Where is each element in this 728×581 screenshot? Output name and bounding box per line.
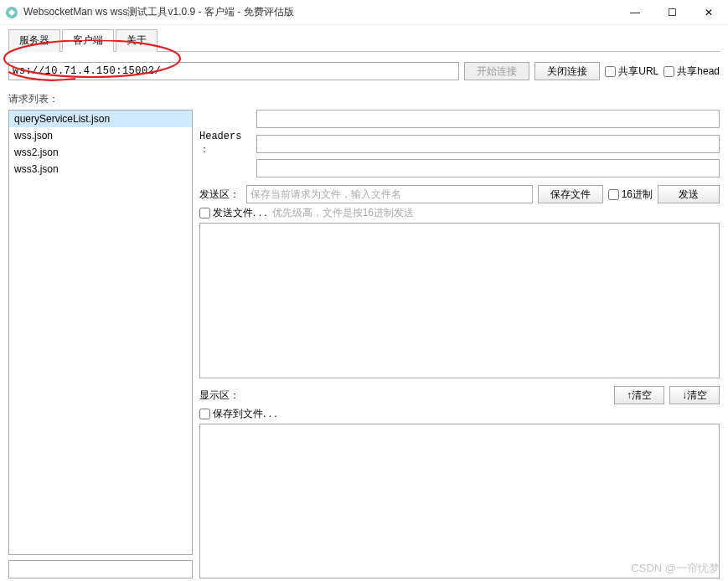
request-name-input[interactable]: [8, 560, 193, 578]
url-input[interactable]: [8, 62, 459, 80]
clear-up-button[interactable]: ↑清空: [614, 386, 664, 404]
list-item[interactable]: queryServiceList.json: [9, 111, 192, 127]
save-filename-input[interactable]: [246, 185, 533, 203]
send-file-checkbox[interactable]: 发送文件. . .: [199, 206, 267, 220]
share-url-checkbox[interactable]: 共享URL: [605, 64, 658, 79]
window-title: WebsocketMan ws wss测试工具v1.0.9 - 客户端 - 免费…: [23, 5, 624, 19]
save-file-button[interactable]: 保存文件: [538, 185, 603, 203]
send-file-hint: 优先级高，文件是按16进制发送: [272, 206, 414, 220]
header-input-2[interactable]: [256, 135, 720, 153]
header-input-1[interactable]: [256, 110, 720, 128]
window-controls: — ☐ ✕: [624, 4, 720, 21]
save-to-file-checkbox[interactable]: 保存到文件. . .: [199, 407, 277, 421]
minimize-button[interactable]: —: [624, 4, 646, 21]
tab-about[interactable]: 关于: [116, 29, 157, 52]
request-list-label: 请求列表：: [8, 92, 720, 106]
headers-label-text: Headers ：: [199, 131, 251, 157]
header-input-3[interactable]: [256, 159, 720, 177]
display-area-label: 显示区：: [199, 388, 609, 403]
tab-client[interactable]: 客户端: [62, 29, 114, 52]
close-connection-button[interactable]: 关闭连接: [534, 62, 600, 80]
tab-server[interactable]: 服务器: [8, 29, 60, 52]
hex-checkbox[interactable]: 16进制: [608, 188, 653, 202]
display-text-area[interactable]: [199, 424, 720, 578]
app-icon: [5, 6, 18, 19]
maximize-button[interactable]: ☐: [661, 4, 683, 21]
start-connection-button[interactable]: 开始连接: [464, 62, 529, 80]
share-head-checkbox[interactable]: 共享head: [663, 64, 720, 79]
send-text-area[interactable]: [199, 223, 720, 378]
send-button[interactable]: 发送: [658, 185, 720, 203]
request-list[interactable]: queryServiceList.json wss.json wss2.json…: [8, 110, 193, 555]
watermark: CSDN @一帘忧梦: [631, 561, 720, 576]
close-button[interactable]: ✕: [698, 4, 720, 21]
list-item[interactable]: wss3.json: [9, 161, 192, 177]
list-item[interactable]: wss.json: [9, 127, 192, 144]
clear-down-button[interactable]: ↓清空: [669, 386, 720, 404]
tab-bar: 服务器 客户端 关于: [8, 28, 720, 52]
list-item[interactable]: wss2.json: [9, 144, 192, 161]
titlebar: WebsocketMan ws wss测试工具v1.0.9 - 客户端 - 免费…: [0, 0, 728, 25]
send-area-label: 发送区：: [199, 188, 241, 202]
